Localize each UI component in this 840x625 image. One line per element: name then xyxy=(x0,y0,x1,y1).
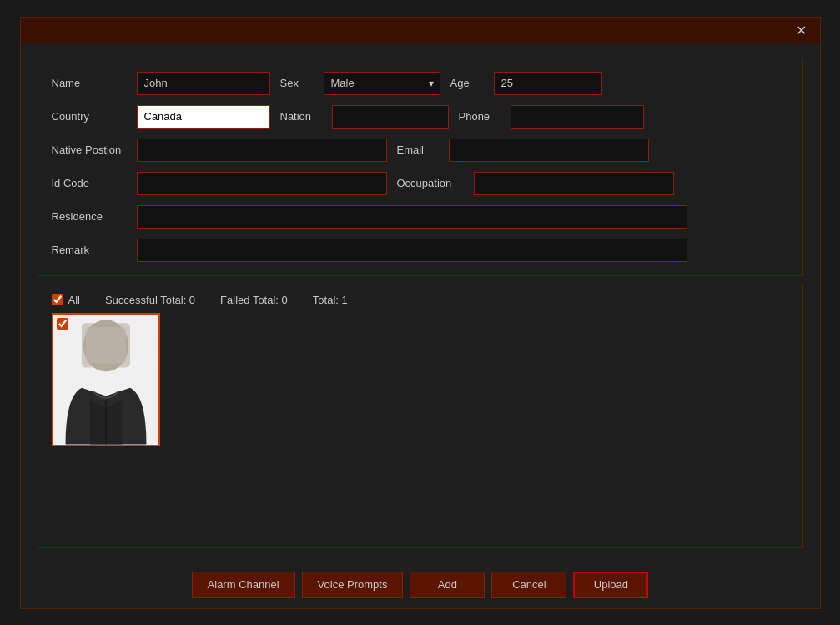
all-checkbox[interactable] xyxy=(52,294,63,305)
sex-select[interactable]: Male Female xyxy=(324,72,440,95)
svg-rect-3 xyxy=(85,327,125,364)
failed-total: Failed Total: 0 xyxy=(220,294,288,306)
residence-input[interactable] xyxy=(137,205,687,229)
cancel-button[interactable]: Cancel xyxy=(491,572,566,598)
form-row-6: Remark xyxy=(52,239,789,262)
form-row-4: Id Code Occupation xyxy=(52,172,789,195)
idcode-input[interactable] xyxy=(137,172,387,195)
thumb-checkbox-1[interactable] xyxy=(57,318,68,330)
email-input[interactable] xyxy=(449,139,649,162)
person-image xyxy=(53,315,158,445)
age-input[interactable] xyxy=(494,72,602,95)
successful-total: Successful Total: 0 xyxy=(105,294,195,306)
all-label: All xyxy=(68,294,80,306)
alarm-channel-button[interactable]: Alarm Channel xyxy=(192,572,295,598)
remark-input[interactable] xyxy=(137,239,687,262)
occupation-input[interactable] xyxy=(474,172,674,195)
phone-label: Phone xyxy=(459,110,500,123)
country-input[interactable] xyxy=(137,105,270,129)
native-input[interactable] xyxy=(137,139,387,162)
form-row-2: Country Nation Phone xyxy=(52,105,789,129)
dialog-body: Name Sex Male Female Age Country Nation xyxy=(21,44,820,562)
image-thumb-1[interactable] xyxy=(52,313,160,446)
form-section: Name Sex Male Female Age Country Nation xyxy=(38,58,803,276)
add-button[interactable]: Add xyxy=(410,572,485,598)
all-checkbox-label[interactable]: All xyxy=(52,294,80,306)
images-header: All Successful Total: 0 Failed Total: 0 … xyxy=(52,294,789,306)
occupation-label: Occupation xyxy=(397,177,464,189)
nation-input[interactable] xyxy=(332,105,449,129)
dialog-footer: Alarm Channel Voice Prompts Add Cancel U… xyxy=(21,562,820,608)
form-row-5: Residence xyxy=(52,205,789,229)
main-dialog: ✕ Name Sex Male Female Age C xyxy=(20,17,821,609)
residence-label: Residence xyxy=(52,210,127,223)
name-label: Name xyxy=(52,77,127,89)
idcode-label: Id Code xyxy=(52,177,127,189)
images-grid xyxy=(52,313,789,539)
sex-label: Sex xyxy=(280,77,314,89)
name-input[interactable] xyxy=(137,72,270,95)
close-button[interactable]: ✕ xyxy=(791,23,812,39)
country-label: Country xyxy=(52,110,127,123)
title-bar: ✕ xyxy=(21,18,820,44)
images-section: All Successful Total: 0 Failed Total: 0 … xyxy=(38,285,803,548)
form-row-1: Name Sex Male Female Age xyxy=(52,72,789,95)
upload-button[interactable]: Upload xyxy=(573,572,648,598)
phone-input[interactable] xyxy=(511,105,644,129)
remark-label: Remark xyxy=(52,244,127,256)
nation-label: Nation xyxy=(280,110,322,123)
age-label: Age xyxy=(450,77,484,89)
form-row-3: Native Postion Email xyxy=(52,139,789,162)
native-label: Native Postion xyxy=(52,144,127,156)
email-label: Email xyxy=(397,144,439,156)
total: Total: 1 xyxy=(313,294,348,306)
sex-select-wrapper: Male Female xyxy=(324,72,440,95)
voice-prompts-button[interactable]: Voice Prompts xyxy=(302,572,404,598)
